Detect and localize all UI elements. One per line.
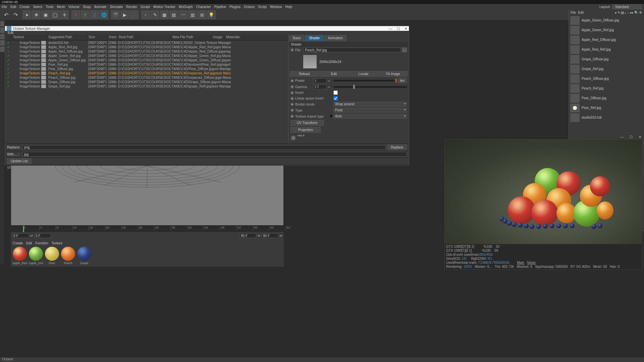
- radio-type[interactable]: [290, 109, 294, 112]
- gamma-value[interactable]: 2.2: [313, 84, 327, 89]
- noise-link[interactable]: Noise: [527, 261, 536, 264]
- menu-select[interactable]: Select: [33, 5, 42, 9]
- list-item[interactable]: Grape_Ref.jpg: [569, 64, 644, 74]
- table-row[interactable]: ✓ImageTextureGrape_Diffuse.jpg2048*2048*…: [5, 80, 288, 84]
- subdivision-icon[interactable]: ▦: [160, 10, 169, 19]
- up-icon[interactable]: ↑: [627, 11, 629, 14]
- list-item[interactable]: Peach_Ref.jpg: [569, 83, 644, 93]
- radio-power[interactable]: [290, 79, 294, 82]
- nav-back-icon[interactable]: ▸: [615, 11, 617, 14]
- mode-icon[interactable]: [0, 27, 4, 33]
- list-item[interactable]: Pear_Ref.jpg: [569, 103, 644, 113]
- frame-range-end[interactable]: [262, 233, 278, 238]
- power-spinner[interactable]: ▴▾: [328, 80, 331, 82]
- spin-icon[interactable]: ▴▾: [280, 234, 282, 237]
- menu-motiontracker[interactable]: Motion Tracker: [153, 5, 175, 9]
- mat-menu-create[interactable]: Create: [13, 241, 23, 246]
- radio-invert[interactable]: [290, 91, 294, 95]
- attr-menu-edit[interactable]: Edit: [578, 11, 584, 14]
- menu-pipeline[interactable]: Pipeline: [214, 5, 226, 9]
- camera-icon[interactable]: ⊞: [198, 10, 206, 19]
- list-item[interactable]: Peach_Diffuse.jpg: [569, 74, 644, 83]
- menu-script[interactable]: Script: [258, 5, 267, 9]
- scale-tool-icon[interactable]: ▣: [41, 10, 50, 19]
- radio-import[interactable]: [290, 115, 294, 118]
- table-row[interactable]: ✓ImageTextureApple_Green_Ref.jpg2048*204…: [5, 54, 288, 58]
- linear-checkbox[interactable]: [333, 96, 338, 101]
- attr-menu-file[interactable]: File: [571, 11, 576, 14]
- table-row[interactable]: ✓ImageTexturePeach_Ref.jpg2048*2048*2416…: [5, 71, 288, 75]
- maximize-icon[interactable]: ☐: [630, 135, 633, 139]
- mat-menu-edit[interactable]: Edit: [26, 241, 32, 246]
- menu-edit[interactable]: Edit: [10, 5, 16, 9]
- invert-checkbox[interactable]: [333, 90, 338, 95]
- tab-shader[interactable]: Shader: [305, 35, 323, 41]
- table-row[interactable]: ✓ImageTextureApple_Red_Diffuse.jpg2048*2…: [5, 49, 288, 54]
- col-texture[interactable]: Texture: [12, 35, 47, 40]
- menu-volume[interactable]: Volume: [68, 5, 79, 9]
- floor-icon[interactable]: ▥: [188, 10, 197, 19]
- eye-icon[interactable]: 👁: [639, 11, 642, 14]
- table-row[interactable]: ✓ImageTextureApple_Red_Ref.jpg2048*2048*…: [5, 45, 288, 49]
- x-axis-toggle[interactable]: X: [71, 10, 80, 19]
- col-size[interactable]: Size: [87, 35, 107, 40]
- spin-icon[interactable]: ▴▾: [258, 234, 260, 237]
- col-materials[interactable]: Materials: [225, 35, 245, 40]
- layout-dropdown[interactable]: Standard: [612, 4, 642, 9]
- border-dropdown[interactable]: Wrap around: [333, 102, 407, 107]
- prev-icon[interactable]: ◂: [630, 11, 631, 14]
- pen-tool-icon[interactable]: ✎: [151, 10, 159, 19]
- menu-mograph[interactable]: MoGraph: [179, 5, 193, 9]
- power-slider[interactable]: [333, 80, 396, 81]
- light-icon[interactable]: 💡: [207, 10, 216, 19]
- radio-file[interactable]: [290, 48, 294, 52]
- material-item[interactable]: Apple_Red: [12, 247, 28, 265]
- list-item[interactable]: Apple_Green_Diffuse.jpg: [569, 15, 644, 25]
- search-icon[interactable]: 🔍: [634, 11, 638, 14]
- menu-simulate[interactable]: Simulate: [110, 5, 123, 9]
- place-tool-icon[interactable]: ✛: [60, 10, 69, 19]
- material-item[interactable]: Pear: [44, 247, 60, 265]
- uv-transform-button[interactable]: UV Transform: [290, 120, 324, 126]
- frame-end[interactable]: [239, 233, 256, 238]
- pencil-icon[interactable]: ✎: [618, 11, 620, 14]
- material-item[interactable]: Apple_Gre: [28, 247, 44, 265]
- mode-icon[interactable]: [0, 40, 4, 46]
- tab-basic[interactable]: Basic: [289, 35, 305, 41]
- ooc-link[interactable]: 0Kb/4Gb: [479, 253, 492, 256]
- col-vram[interactable]: Vram: [107, 35, 117, 40]
- menu-create[interactable]: Create: [19, 5, 30, 9]
- render-settings-icon[interactable]: 🎥: [130, 10, 139, 19]
- menu-animate[interactable]: Animate: [94, 5, 107, 9]
- mat-menu-texture[interactable]: Texture: [52, 241, 63, 246]
- radio-gamma[interactable]: [290, 85, 294, 88]
- material-item[interactable]: Grape: [76, 247, 92, 265]
- menu-mesh[interactable]: Mesh: [57, 5, 65, 9]
- col-usage[interactable]: Usage: [211, 35, 225, 40]
- file-browse-button[interactable]: …: [402, 48, 407, 52]
- frame-start[interactable]: [12, 233, 29, 238]
- menu-snap[interactable]: Snap: [83, 5, 91, 9]
- frame-current[interactable]: [34, 233, 51, 238]
- mat-menu-function[interactable]: Function: [35, 241, 48, 246]
- list-item[interactable]: Grape_Diffuse.jpg: [569, 54, 644, 64]
- table-row[interactable]: ✓ImageTexturePeach_Diffuse.jpg2048*2048*…: [5, 75, 288, 80]
- menu-plugins[interactable]: Plugins: [229, 5, 240, 9]
- mode-icon[interactable]: [0, 34, 4, 39]
- col-newpath[interactable]: New File Path: [171, 35, 211, 40]
- menu-window[interactable]: Window: [270, 5, 282, 9]
- cube-primitive-icon[interactable]: ▫: [141, 10, 150, 19]
- with-input[interactable]: [22, 152, 407, 157]
- undo-button[interactable]: ↶: [2, 10, 10, 19]
- render-view-icon[interactable]: ▶: [120, 10, 129, 19]
- bend-deformer-icon[interactable]: 〰: [179, 10, 187, 19]
- file-input[interactable]: [303, 48, 401, 52]
- texmgr-menu-edit[interactable]: Edit: [8, 31, 13, 35]
- update-list-button[interactable]: Update List: [7, 158, 32, 164]
- window-titlebar[interactable]: Octane Texture Manager — ☐ ✕: [5, 26, 409, 31]
- y-axis-toggle[interactable]: Y: [81, 10, 90, 19]
- menu-render[interactable]: Render: [126, 5, 137, 9]
- mode-icon[interactable]: [0, 21, 4, 26]
- table-row[interactable]: ✓ImageTextureApple_Green_Diffuse.jpg2048…: [5, 58, 288, 62]
- home-icon[interactable]: ⌂: [625, 11, 627, 14]
